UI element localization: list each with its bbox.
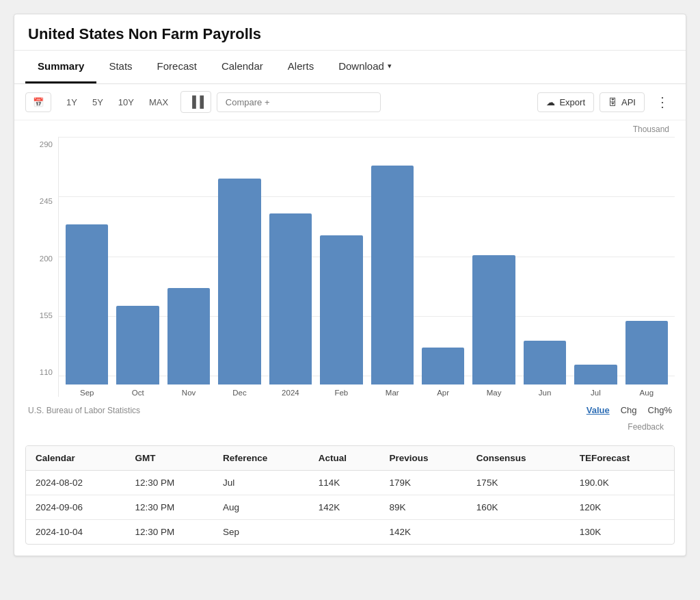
- cell-actual-2: [309, 520, 380, 545]
- table-header-row: Calendar GMT Reference Actual Previous C…: [26, 446, 674, 471]
- bar-may[interactable]: [472, 255, 515, 384]
- chevron-down-icon: ▾: [388, 62, 392, 70]
- table-row: 2024-08-0212:30 PMJul114K179K175K190.0K: [26, 471, 674, 495]
- toggle-chg-button[interactable]: Chg: [621, 405, 637, 415]
- bar-mar[interactable]: [371, 166, 414, 384]
- api-button[interactable]: 🗄 API: [600, 92, 645, 112]
- bar-label-2024: 2024: [282, 389, 299, 397]
- y-axis: 290 245 200 155 110: [25, 137, 58, 397]
- col-header-calendar: Calendar: [26, 446, 125, 471]
- col-header-gmt: GMT: [125, 446, 213, 471]
- bar-jun[interactable]: [524, 341, 566, 384]
- bar-feb[interactable]: [320, 235, 362, 384]
- table-row: 2024-09-0612:30 PMAug142K89K160K120K: [26, 495, 674, 520]
- bar-label-nov: Nov: [182, 389, 196, 397]
- toolbar: 📅 1Y 5Y 10Y MAX ▐▐ ☁ Export 🗄 API ⋮: [14, 84, 686, 120]
- bar-apr[interactable]: [422, 348, 464, 384]
- bar-label-jul: Jul: [591, 389, 601, 397]
- chart-footer: U.S. Bureau of Labor Statistics Value Ch…: [25, 400, 675, 421]
- table-row: 2024-10-0412:30 PMSep142K130K: [26, 520, 674, 545]
- page-title: United States Non Farm Payrolls: [14, 14, 686, 51]
- data-table: Calendar GMT Reference Actual Previous C…: [26, 446, 674, 544]
- bar-chart-icon: ▐▐: [188, 96, 204, 107]
- bar-sep[interactable]: [66, 224, 108, 384]
- bar-2024[interactable]: [269, 213, 312, 384]
- bar-aug[interactable]: [625, 321, 668, 384]
- cell-consensus-2: [467, 520, 570, 545]
- cell-previous-2: 142K: [379, 520, 466, 545]
- bar-label-dec: Dec: [232, 389, 246, 397]
- col-header-teforecast: TEForecast: [570, 446, 674, 471]
- bar-label-may: May: [487, 389, 502, 397]
- cell-reference-2: Sep: [213, 520, 309, 545]
- data-source-label: U.S. Bureau of Labor Statistics: [28, 406, 140, 415]
- y-label-110: 110: [25, 368, 58, 376]
- chart-toggle-group: Value Chg Chg%: [587, 405, 672, 415]
- tab-summary[interactable]: Summary: [25, 51, 96, 83]
- chart-wrapper: 290 245 200 155 110 SepOctNovDec2024FebM…: [25, 137, 675, 397]
- bar-group-2024: 2024: [269, 144, 312, 397]
- compare-input[interactable]: [217, 92, 381, 112]
- table-section: Calendar GMT Reference Actual Previous C…: [25, 445, 675, 545]
- bar-group-dec: Dec: [218, 144, 260, 397]
- time-1y-button[interactable]: 1Y: [59, 94, 84, 111]
- cell-gmt-1: 12:30 PM: [125, 495, 213, 520]
- feedback-label[interactable]: Feedback: [628, 422, 664, 432]
- tab-alerts[interactable]: Alerts: [275, 51, 326, 83]
- cell-calendar-0: 2024-08-02: [26, 471, 125, 495]
- bar-nov[interactable]: [167, 288, 210, 384]
- cell-calendar-1: 2024-09-06: [26, 495, 125, 520]
- cell-actual-0: 114K: [309, 471, 380, 495]
- tab-stats[interactable]: Stats: [96, 51, 144, 83]
- toggle-chgpct-button[interactable]: Chg%: [648, 405, 672, 415]
- time-10y-button[interactable]: 10Y: [111, 94, 141, 111]
- bar-group-may: May: [472, 144, 515, 397]
- bar-dec[interactable]: [218, 179, 260, 384]
- bar-group-sep: Sep: [66, 144, 108, 397]
- calendar-icon: 📅: [33, 97, 44, 107]
- col-header-actual: Actual: [309, 446, 380, 471]
- grid-line-1: [59, 137, 675, 138]
- cell-actual-1: 142K: [309, 495, 380, 520]
- time-max-button[interactable]: MAX: [142, 94, 175, 111]
- feedback-row: Feedback: [25, 421, 675, 437]
- y-label-200: 200: [25, 255, 58, 263]
- tab-calendar[interactable]: Calendar: [209, 51, 275, 83]
- cell-teforecast-1: 120K: [570, 495, 674, 520]
- cell-teforecast-2: 130K: [570, 520, 674, 545]
- bar-group-jul: Jul: [574, 144, 617, 397]
- cell-reference-1: Aug: [213, 495, 309, 520]
- time-5y-button[interactable]: 5Y: [85, 94, 110, 111]
- bar-label-aug: Aug: [640, 389, 654, 397]
- col-header-consensus: Consensus: [467, 446, 570, 471]
- chart-type-button[interactable]: ▐▐: [180, 91, 211, 113]
- tab-bar: Summary Stats Forecast Calendar Alerts D…: [14, 51, 686, 84]
- cell-consensus-1: 160K: [467, 495, 570, 520]
- chart-unit-label: Thousand: [25, 120, 675, 137]
- cell-consensus-0: 175K: [467, 471, 570, 495]
- cell-teforecast-0: 190.0K: [570, 471, 674, 495]
- bar-label-feb: Feb: [334, 389, 348, 397]
- toggle-value-button[interactable]: Value: [587, 405, 610, 415]
- bar-group-jun: Jun: [524, 144, 566, 397]
- bar-label-mar: Mar: [386, 389, 399, 397]
- bar-jul[interactable]: [574, 365, 617, 384]
- bar-label-apr: Apr: [437, 389, 449, 397]
- more-options-button[interactable]: ⋮: [650, 92, 675, 112]
- tab-forecast[interactable]: Forecast: [145, 51, 209, 83]
- col-header-previous: Previous: [379, 446, 466, 471]
- export-button[interactable]: ☁ Export: [537, 92, 594, 112]
- bar-oct[interactable]: [116, 306, 159, 384]
- time-range-group: 1Y 5Y 10Y MAX: [59, 94, 175, 111]
- tab-download[interactable]: Download ▾: [326, 51, 404, 83]
- bar-group-mar: Mar: [371, 144, 414, 397]
- y-label-155: 155: [25, 311, 58, 319]
- bars-container: SepOctNovDec2024FebMarAprMayJunJulAug: [58, 137, 675, 397]
- calendar-button[interactable]: 📅: [25, 92, 51, 112]
- cloud-icon: ☁: [546, 97, 555, 107]
- y-label-290: 290: [25, 140, 58, 148]
- bar-label-sep: Sep: [80, 389, 94, 397]
- main-container: United States Non Farm Payrolls Summary …: [14, 14, 686, 556]
- col-header-reference: Reference: [213, 446, 309, 471]
- cell-reference-0: Jul: [213, 471, 309, 495]
